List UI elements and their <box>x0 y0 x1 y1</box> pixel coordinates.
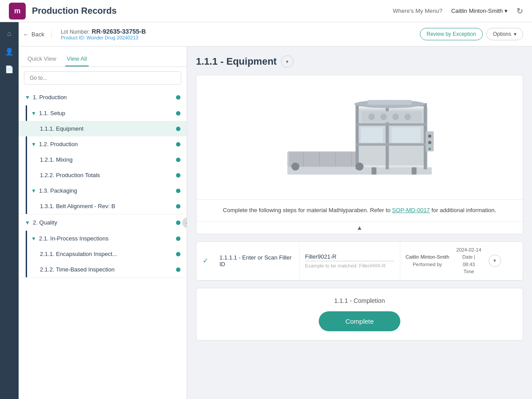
tab-view-all[interactable]: View All <box>65 52 89 66</box>
svg-point-29 <box>428 135 431 138</box>
options-button[interactable]: Options ▾ <box>486 28 523 40</box>
svg-rect-16 <box>391 127 420 142</box>
time-value: 08:43 <box>456 261 481 268</box>
image-caption: Complete the following steps for materia… <box>196 199 523 221</box>
collapse-image-button[interactable]: ▲ <box>196 221 523 234</box>
left-panel: Quick View View All ▼ 1. Production ▼ 1.… <box>19 46 187 399</box>
filler-id-value: Filler9021-R <box>305 253 395 261</box>
caption-pre-text: Complete the following steps for materia… <box>223 207 392 213</box>
tree-item-production[interactable]: ▼ 1. Production <box>19 89 187 105</box>
tree-label-production-sub: 1.2. Production <box>39 141 176 147</box>
lot-info: Lot Number: RR-92635-33755-B Product ID:… <box>61 28 411 40</box>
chevron-down-icon: ▼ <box>31 236 36 242</box>
svg-point-21 <box>404 114 411 120</box>
svg-rect-2 <box>289 152 366 167</box>
review-by-exception-button[interactable]: Review by Exception <box>420 28 482 40</box>
app-logo: m <box>9 3 26 19</box>
status-dot-production-sub <box>176 142 180 147</box>
svg-point-30 <box>428 141 431 144</box>
chevron-down-icon: ▼ <box>31 110 36 116</box>
tree-item-production-totals[interactable]: 1.2.2. Production Totals <box>19 167 187 183</box>
top-nav: m Production Records Where's My Menu? Ca… <box>0 0 532 22</box>
tree-item-quality[interactable]: ▼ 2. Quality <box>19 214 187 231</box>
tree-label-setup: 1.1. Setup <box>39 110 176 116</box>
chevron-down-icon: ▼ <box>25 220 30 226</box>
status-dot-setup <box>176 111 180 116</box>
tree-item-packaging[interactable]: ▼ 1.3. Packaging <box>19 183 187 198</box>
sub-header: ← Back Lot Number: RR-92635-33755-B Prod… <box>0 22 532 46</box>
status-dot-production <box>176 95 180 100</box>
tree-item-equipment[interactable]: 1.1.1. Equipment <box>19 121 187 136</box>
tree-item-belt-alignment[interactable]: 1.3.1. Belt Alignment - Rev: B <box>19 198 187 214</box>
panel-tabs: Quick View View All <box>19 46 187 67</box>
section-title-dropdown[interactable]: ▾ <box>281 55 293 68</box>
status-dot-equipment <box>176 127 180 131</box>
home-icon[interactable]: ⌂ <box>2 27 16 41</box>
svg-rect-14 <box>356 143 427 146</box>
performer-label: Performed by <box>406 261 449 268</box>
svg-rect-27 <box>368 100 412 105</box>
lot-number-line: Lot Number: RR-92635-33755-B <box>61 28 411 35</box>
machine-illustration <box>275 89 444 186</box>
tree-label-packaging: 1.3. Packaging <box>39 187 176 194</box>
data-input-col: Filler9021-R Example to be matched: Fill… <box>300 242 400 280</box>
tree-section-quality: ▼ 2. Quality ▼ 2.1. In-Process Inspectio… <box>19 214 187 278</box>
tree-item-in-process[interactable]: ▼ 2.1. In-Process Inspections <box>19 231 187 246</box>
sop-link[interactable]: SOP-MD-0017 <box>392 207 430 213</box>
row-dropdown-icon: ▾ <box>493 258 496 263</box>
svg-point-23 <box>356 163 364 170</box>
goto-input[interactable] <box>24 71 181 85</box>
lot-number-label: Lot Number: <box>61 29 90 35</box>
completion-title: 1.1.1 - Completion <box>205 297 514 304</box>
status-dot-packaging <box>176 189 180 193</box>
tree-item-time-based[interactable]: 2.1.2. Time-Based Inspection <box>19 262 187 277</box>
main-layout: Quick View View All ▼ 1. Production ▼ 1.… <box>19 46 532 399</box>
svg-point-31 <box>429 148 431 150</box>
date-label: Date | <box>456 253 481 261</box>
svg-rect-9 <box>356 103 359 169</box>
user-name: Caitlin Minton-Smith <box>451 8 503 14</box>
app-title: Production Records <box>32 6 393 16</box>
back-label: Back <box>31 31 44 38</box>
tree-label-mixing: 1.2.1. Mixing <box>40 156 176 163</box>
right-content: 1.1.1 - Equipment ▾ <box>187 46 532 399</box>
filler-id-hint: Example to be matched: Filler####-R <box>305 263 395 268</box>
product-id-value: Wonder Drug 20240213 <box>86 35 138 40</box>
caption-post-text: for additional information. <box>430 207 497 213</box>
time-label: Time <box>456 268 481 275</box>
svg-point-18 <box>368 114 375 120</box>
equipment-image-card: Complete the following steps for materia… <box>196 75 523 234</box>
refresh-icon[interactable]: ↻ <box>516 6 523 16</box>
complete-button[interactable]: Complete <box>319 311 400 331</box>
document-icon[interactable]: 📄 <box>2 62 16 76</box>
machine-image <box>196 75 523 199</box>
nav-right: Where's My Menu? Caitlin Minton-Smith ▾ … <box>393 6 523 16</box>
performer-block: Caitlin Minton-Smith Performed by <box>406 253 449 268</box>
status-dot-mixing <box>176 158 180 162</box>
svg-point-22 <box>291 163 299 170</box>
completion-card: 1.1.1 - Completion Complete <box>196 288 523 341</box>
back-button[interactable]: ← Back <box>23 31 52 38</box>
data-entry-card: ✓ 1.1.1.1 - Enter or Scan Filler ID Fill… <box>196 241 523 281</box>
svg-rect-15 <box>361 127 383 142</box>
chevron-down-icon: ▼ <box>31 141 36 147</box>
tree-item-setup[interactable]: ▼ 1.1. Setup <box>19 105 187 121</box>
tab-quick-view[interactable]: Quick View <box>26 52 58 66</box>
user-menu[interactable]: Caitlin Minton-Smith ▾ <box>451 8 508 14</box>
data-row-filler-id: ✓ 1.1.1.1 - Enter or Scan Filler ID Fill… <box>196 242 523 280</box>
tree-item-mixing[interactable]: 1.2.1. Mixing <box>19 152 187 167</box>
tree-item-production-sub[interactable]: ▼ 1.2. Production <box>19 136 187 152</box>
product-id-line: Product ID: Wonder Drug 20240213 <box>61 35 411 40</box>
row-dropdown-button[interactable]: ▾ <box>489 255 501 267</box>
user-icon[interactable]: 👤 <box>2 44 16 58</box>
chevron-down-icon: ▼ <box>25 94 30 101</box>
where-my-menu-link[interactable]: Where's My Menu? <box>393 8 442 14</box>
tree-label-in-process: 2.1. In-Process Inspections <box>39 235 176 242</box>
tree-label-encapsulation: 2.1.1. Encapsulation Inspect... <box>40 251 176 257</box>
tree-item-encapsulation[interactable]: 2.1.1. Encapsulation Inspect... <box>19 246 187 262</box>
status-dot-encapsulation <box>176 252 180 256</box>
section-title-bar: 1.1.1 - Equipment ▾ <box>196 55 523 68</box>
status-dot-quality <box>176 221 180 225</box>
tree-label-production: 1. Production <box>33 94 176 101</box>
back-arrow-icon: ← <box>23 31 29 38</box>
